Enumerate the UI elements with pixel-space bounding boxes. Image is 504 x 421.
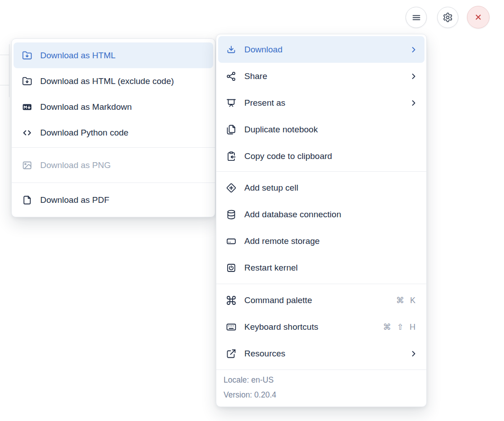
menu-item-copy-code-to-clipboard[interactable]: Copy code to clipboard [218, 143, 425, 169]
keyboard-icon [226, 322, 237, 332]
presentation-icon [226, 98, 237, 108]
code-icon [22, 127, 33, 138]
settings-button[interactable] [437, 7, 458, 28]
folder-down-icon [22, 76, 33, 87]
menu-item-label: Resources [244, 349, 285, 359]
image-icon [22, 160, 33, 171]
external-link-icon [226, 348, 237, 359]
menu-item-label: Command palette [244, 295, 312, 305]
menu-item-label: Present as [244, 98, 285, 108]
menu-item-label: Download as Markdown [40, 102, 132, 112]
menu-button[interactable] [406, 7, 427, 28]
database-icon [226, 209, 237, 220]
download-submenu: Download as HTML Download as HTML (exclu… [11, 38, 215, 217]
notebook-actions-menu: Download Share Present as Duplicate note… [216, 34, 427, 407]
menu-item-label: Download as PDF [40, 195, 109, 205]
chevron-right-icon [409, 349, 418, 358]
command-icon [226, 295, 237, 306]
menu-item-download-as-html-exclude-code[interactable]: Download as HTML (exclude code) [14, 68, 213, 94]
clipboard-copy-icon [226, 151, 237, 162]
menu-item-duplicate-notebook[interactable]: Duplicate notebook [218, 116, 425, 143]
menu-item-label: Duplicate notebook [244, 125, 318, 135]
menu-item-download-as-markdown[interactable]: Download as Markdown [14, 94, 213, 120]
file-icon [22, 195, 33, 206]
menu-item-command-palette[interactable]: Command palette ⌘ K [218, 287, 425, 313]
share-icon [226, 71, 237, 82]
menu-item-label: Restart kernel [244, 263, 298, 273]
chevron-right-icon [409, 98, 418, 108]
folder-down-icon [22, 50, 33, 61]
download-icon [226, 44, 237, 55]
menu-item-download-python-code[interactable]: Download Python code [14, 120, 213, 145]
hamburger-icon [411, 12, 422, 23]
background-menu-edge-line [0, 55, 9, 55]
menu-item-add-setup-cell[interactable]: Add setup cell [218, 174, 425, 201]
menu-item-label: Download as PNG [40, 160, 111, 170]
duplicate-icon [226, 124, 237, 135]
menu-item-download-as-pdf[interactable]: Download as PDF [14, 187, 213, 213]
version-text: Version: 0.20.4 [224, 388, 419, 402]
menu-item-label: Add remote storage [244, 236, 320, 246]
menu-item-present-as[interactable]: Present as [218, 89, 425, 116]
menu-item-add-remote-storage[interactable]: Add remote storage [218, 228, 425, 254]
menu-item-label: Share [244, 71, 267, 81]
menu-item-label: Download as HTML [40, 51, 116, 61]
shortcut-hint: ⌘ ⇧ H [383, 322, 418, 332]
menu-item-resources[interactable]: Resources [218, 340, 425, 367]
shortcut-hint: ⌘ K [396, 295, 418, 305]
background-menu-edge-vertical [9, 44, 9, 97]
menu-item-label: Add setup cell [244, 183, 298, 193]
menu-item-share[interactable]: Share [218, 63, 425, 89]
menu-item-restart-kernel[interactable]: Restart kernel [218, 254, 425, 281]
chevron-right-icon [409, 72, 418, 81]
menu-item-label: Add database connection [244, 210, 341, 220]
menu-item-download[interactable]: Download [218, 36, 425, 63]
power-icon [226, 262, 237, 273]
diamond-plus-icon [226, 182, 237, 193]
menu-item-download-as-html[interactable]: Download as HTML [14, 42, 213, 68]
menu-item-label: Keyboard shortcuts [244, 322, 318, 332]
close-button[interactable] [467, 6, 490, 28]
menu-item-label: Download as HTML (exclude code) [40, 76, 174, 86]
close-x-icon [473, 12, 484, 23]
menu-item-label: Download [244, 45, 283, 55]
markdown-icon [22, 102, 33, 112]
menu-item-keyboard-shortcuts[interactable]: Keyboard shortcuts ⌘ ⇧ H [218, 313, 425, 340]
chevron-right-icon [409, 45, 418, 54]
gear-icon [443, 12, 453, 23]
menu-item-add-database-connection[interactable]: Add database connection [218, 201, 425, 228]
menu-item-label: Copy code to clipboard [244, 151, 332, 161]
menu-item-download-as-png: Download as PNG [14, 152, 213, 178]
background-menu-edge-line [0, 85, 9, 85]
locale-text: Locale: en-US [224, 373, 419, 388]
menu-item-label: Download Python code [40, 128, 128, 138]
menu-footer: Locale: en-US Version: 0.20.4 [216, 370, 426, 407]
hard-drive-icon [226, 236, 237, 247]
